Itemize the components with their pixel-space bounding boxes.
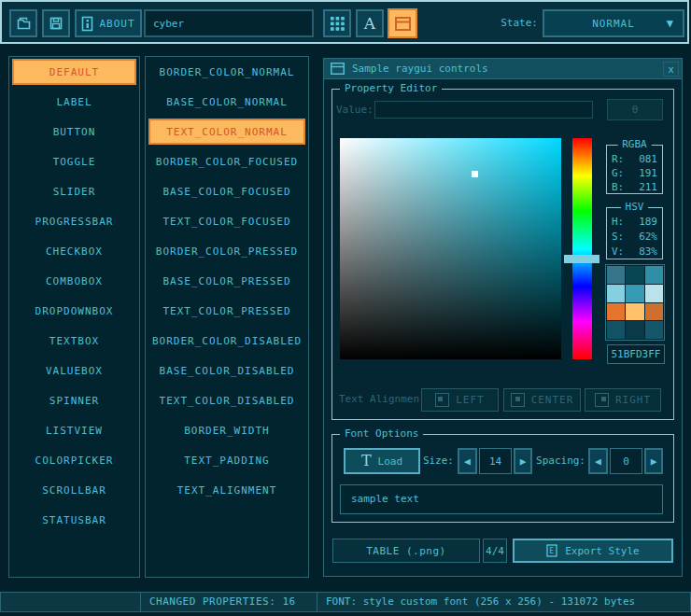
spacing-increase-button[interactable]: ▶: [644, 448, 663, 474]
size-label: Size:: [398, 448, 454, 474]
hsv-s-row: S:62%: [607, 231, 662, 243]
window-title: Sample raygui controls: [352, 58, 488, 79]
controls-list-item[interactable]: SCROLLBAR: [12, 477, 136, 503]
properties-list-item[interactable]: BORDER_COLOR_NORMAL: [148, 59, 305, 85]
font-mode-button[interactable]: A: [356, 9, 384, 37]
controls-list-item[interactable]: DROPDOWNBOX: [12, 298, 136, 324]
style-color-swatch[interactable]: [645, 321, 663, 339]
save-style-button[interactable]: [42, 9, 70, 37]
window-title-icon: [331, 63, 345, 75]
hue-slider-handle[interactable]: [564, 255, 599, 263]
align-right-button[interactable]: RIGHT: [585, 388, 661, 412]
controls-list-item[interactable]: LISTVIEW: [12, 417, 136, 443]
controls-list-item[interactable]: BUTTON: [12, 119, 136, 145]
properties-list-item[interactable]: BASE_COLOR_FOCUSED: [148, 178, 305, 204]
state-label: State:: [467, 9, 538, 37]
rgba-group: RGBA R:081 G:191 B:211: [606, 145, 663, 194]
properties-list-item[interactable]: BORDER_COLOR_FOCUSED: [148, 148, 305, 175]
page-indicator[interactable]: 4/4: [483, 539, 507, 563]
properties-list-item[interactable]: BORDER_COLOR_PRESSED: [148, 238, 305, 264]
color-picker-area[interactable]: [340, 138, 561, 359]
hex-value-box[interactable]: 51BFD3FF: [607, 344, 665, 364]
controls-list-item[interactable]: COMBOBOX: [12, 268, 136, 294]
style-color-swatch[interactable]: [607, 303, 625, 321]
value-count-box[interactable]: 0: [607, 99, 663, 120]
properties-list-item[interactable]: TEXT_COLOR_PRESSED: [148, 298, 305, 324]
rgba-b-row: B:211: [607, 181, 662, 193]
properties-list-item[interactable]: TEXT_COLOR_NORMAL: [148, 119, 305, 145]
properties-list-item[interactable]: BORDER_COLOR_DISABLED: [148, 328, 305, 354]
controls-list-item[interactable]: TOGGLE: [12, 148, 136, 175]
font-t-icon: T: [361, 454, 372, 469]
properties-list-item[interactable]: TEXT_ALIGNMENT: [148, 477, 305, 503]
window-close-button[interactable]: x: [663, 62, 679, 77]
style-color-swatch[interactable]: [626, 303, 643, 321]
properties-list-item[interactable]: TEXT_COLOR_FOCUSED: [148, 208, 305, 234]
open-style-button[interactable]: [9, 9, 37, 37]
grid-mode-button[interactable]: [323, 9, 351, 37]
value-input[interactable]: [374, 101, 593, 119]
controls-mode-button[interactable]: [388, 8, 417, 38]
align-left-button[interactable]: LEFT: [421, 388, 499, 412]
value-label: Value:: [336, 101, 374, 119]
color-picker-cursor[interactable]: [472, 171, 478, 177]
controls-list-item[interactable]: SPINNER: [12, 387, 136, 413]
about-button[interactable]: ABOUT: [75, 9, 142, 37]
hsv-group: HSV H:189 S:62% V:83%: [606, 207, 663, 259]
statusbar-font-info: FONT: style custom font (256 x 256) - 13…: [317, 592, 691, 612]
hsv-v-row: V:83%: [607, 245, 662, 258]
style-name-value: cyber: [153, 18, 184, 30]
controls-list-item[interactable]: STATUSBAR: [12, 507, 136, 533]
state-dropdown[interactable]: NORMAL ▼: [543, 9, 684, 37]
export-style-button[interactable]: E Export Style: [513, 539, 673, 563]
properties-list-item[interactable]: BORDER_WIDTH: [148, 417, 305, 443]
grid-icon: [331, 17, 345, 31]
save-icon: [48, 15, 64, 32]
window-icon: [395, 17, 411, 31]
arrow-left-icon: ◀: [595, 455, 601, 468]
style-color-swatch[interactable]: [645, 266, 663, 284]
controls-list-item[interactable]: VALUEBOX: [12, 357, 136, 384]
hue-bar[interactable]: [572, 138, 592, 359]
style-color-swatch[interactable]: [607, 285, 625, 302]
hsv-h-row: H:189: [607, 216, 662, 228]
statusbar-changed-properties: CHANGED PROPERTIES: 16: [140, 592, 317, 612]
style-color-swatch[interactable]: [626, 321, 643, 339]
controls-list-item[interactable]: CHECKBOX: [12, 238, 136, 264]
style-color-swatch[interactable]: [607, 266, 625, 284]
export-format-button[interactable]: TABLE (.png): [332, 539, 480, 563]
properties-list: BORDER_COLOR_NORMALBASE_COLOR_NORMALTEXT…: [145, 56, 309, 578]
about-label: ABOUT: [99, 18, 134, 30]
statusbar-left: [0, 592, 141, 612]
style-name-input[interactable]: cyber: [144, 9, 314, 37]
text-alignment-label: Text Alignmen: [339, 389, 420, 410]
size-value-box[interactable]: 14: [479, 448, 512, 474]
controls-list-item[interactable]: SLIDER: [12, 178, 136, 204]
properties-list-item[interactable]: BASE_COLOR_PRESSED: [148, 268, 305, 294]
properties-list-item[interactable]: BASE_COLOR_NORMAL: [148, 89, 305, 115]
align-center-button[interactable]: CENTER: [503, 388, 581, 412]
size-decrease-button[interactable]: ◀: [458, 448, 477, 474]
state-value: NORMAL: [592, 18, 635, 30]
controls-list-item[interactable]: DEFAULT: [12, 59, 136, 85]
hsv-label: HSV: [621, 201, 649, 213]
style-color-swatch[interactable]: [607, 321, 625, 339]
controls-list-item[interactable]: COLORPICKER: [12, 447, 136, 473]
style-color-swatch[interactable]: [645, 303, 663, 321]
style-colors-grid: [605, 264, 665, 341]
properties-list-item[interactable]: TEXT_PADDING: [148, 447, 305, 473]
spacing-decrease-button[interactable]: ◀: [588, 448, 608, 474]
hex-value: 51BFD3FF: [612, 348, 661, 360]
style-color-swatch[interactable]: [626, 266, 643, 284]
style-color-swatch[interactable]: [626, 285, 643, 302]
sample-text-box[interactable]: sample text: [340, 484, 663, 514]
controls-list-item[interactable]: LABEL: [12, 89, 136, 115]
properties-list-item[interactable]: TEXT_COLOR_DISABLED: [148, 387, 305, 413]
controls-list-item[interactable]: PROGRESSBAR: [12, 208, 136, 234]
style-color-swatch[interactable]: [645, 285, 663, 302]
properties-list-item[interactable]: BASE_COLOR_DISABLED: [148, 357, 305, 384]
controls-list-item[interactable]: TEXTBOX: [12, 328, 136, 354]
spacing-value-box[interactable]: 0: [610, 448, 642, 474]
svg-text:E: E: [549, 547, 554, 555]
arrow-right-icon: ▶: [651, 455, 657, 468]
